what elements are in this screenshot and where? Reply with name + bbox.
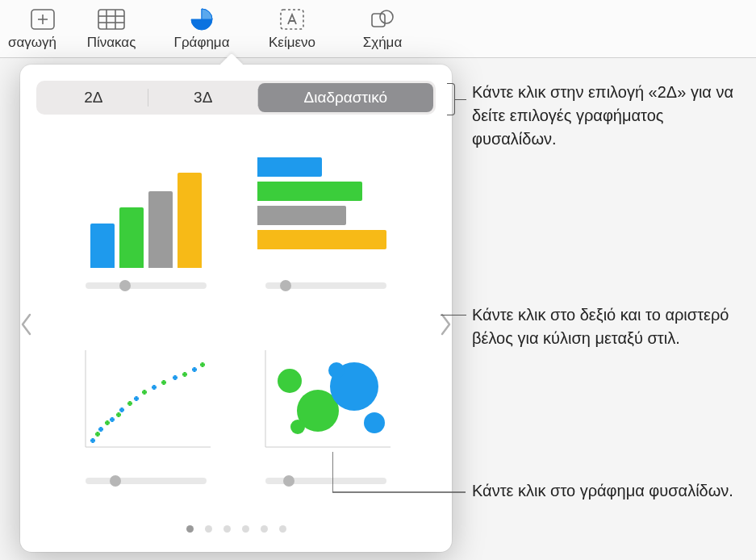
svg-point-10 [380,10,393,23]
toolbar-shape-button[interactable]: Σχήμα [340,3,424,55]
text-icon [278,7,306,31]
page-dot[interactable] [223,525,231,533]
svg-point-18 [364,412,385,433]
insert-icon [29,7,56,31]
callout-line [455,99,466,100]
toolbar-label: Πίνακας [87,35,136,51]
svg-point-15 [278,369,302,393]
page-dot[interactable] [242,525,249,533]
toolbar: σαγωγή Πίνακας Γράφημα Κείμενο [0,0,756,58]
callout-bubble: Κάντε κλικ στο γράφημα φυσαλίδων. [472,479,738,503]
callout-tabs: Κάντε κλικ στην επιλογή «2Δ» για να δείτ… [472,81,738,151]
callout-arrows: Κάντε κλικ στο δεξιό και το αριστερό βέλ… [472,303,738,350]
style-slider[interactable] [265,282,386,289]
chart-option-bar-vertical[interactable] [61,132,232,320]
chart-option-bar-horizontal[interactable] [240,132,412,320]
callout-connector [332,452,470,508]
page-dot[interactable] [261,525,268,533]
page-dots [36,514,436,536]
table-icon [98,7,125,31]
tab-3d[interactable]: 3Δ [148,83,258,112]
page-dot[interactable] [186,525,194,533]
chart-option-scatter[interactable] [61,328,232,515]
style-slider[interactable] [86,282,207,289]
svg-point-20 [328,362,345,378]
page-dot[interactable] [205,525,212,533]
shape-icon [369,7,396,31]
toolbar-label: Γράφημα [174,35,230,51]
page-dot[interactable] [279,525,286,533]
bar-horizontal-preview [257,139,395,268]
toolbar-label: Κείμενο [269,35,315,51]
prev-style-arrow[interactable] [15,308,38,341]
callout-line [441,315,466,316]
toolbar-label: Σχήμα [363,35,403,51]
toolbar-insert-button[interactable]: σαγωγή [6,3,63,55]
chart-icon [188,7,215,31]
chart-type-tabs: 2Δ 3Δ Διαδραστικό [36,81,436,115]
svg-point-19 [290,420,305,434]
bubble-preview [257,334,395,463]
toolbar-text-button[interactable]: Κείμενο [250,3,334,55]
scatter-preview [77,334,215,463]
tab-2d[interactable]: 2Δ [39,83,148,112]
toolbar-label: σαγωγή [8,35,56,51]
svg-rect-8 [281,10,303,29]
svg-rect-3 [98,10,124,29]
svg-rect-9 [372,14,385,27]
bar-vertical-preview [77,139,215,268]
toolbar-chart-button[interactable]: Γράφημα [160,3,244,55]
style-slider[interactable] [86,478,207,484]
next-style-arrow[interactable] [434,308,457,341]
tab-interactive[interactable]: Διαδραστικό [258,83,433,112]
callout-bracket [447,83,455,115]
toolbar-table-button[interactable]: Πίνακας [69,3,153,55]
